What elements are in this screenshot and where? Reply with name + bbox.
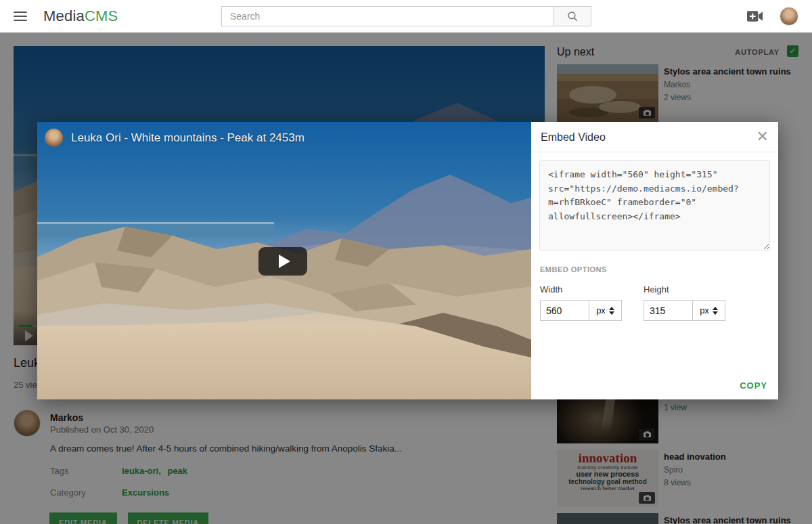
play-button[interactable] <box>258 247 307 276</box>
spinner-icon <box>713 307 718 315</box>
upload-video-icon[interactable] <box>747 10 763 22</box>
width-field: Width px <box>540 284 622 321</box>
menu-icon[interactable] <box>14 12 27 21</box>
width-input[interactable] <box>540 300 589 321</box>
top-navbar: MediaCMS <box>0 0 812 32</box>
close-icon[interactable]: ✕ <box>757 129 769 145</box>
embed-preview-player[interactable]: Leuka Ori - White mountains - Peak at 24… <box>37 122 531 399</box>
height-label: Height <box>644 284 725 294</box>
play-icon <box>279 255 290 268</box>
spinner-icon <box>609 307 614 315</box>
width-label: Width <box>540 284 622 294</box>
embed-options-panel: Embed Video ✕ <iframe width="560" height… <box>531 122 778 399</box>
copy-button[interactable]: COPY <box>740 380 767 391</box>
search-bar <box>221 6 591 26</box>
embed-video-title: Leuka Ori - White mountains - Peak at 24… <box>71 131 304 145</box>
embed-options-label: EMBED OPTIONS <box>540 265 607 274</box>
mediacms-logo[interactable]: MediaCMS <box>43 7 118 25</box>
width-unit-select[interactable]: px <box>589 300 622 321</box>
search-icon <box>566 10 579 22</box>
channel-avatar[interactable] <box>45 129 63 147</box>
search-button[interactable] <box>554 7 591 26</box>
height-input[interactable] <box>644 300 693 321</box>
search-input[interactable] <box>222 7 554 26</box>
height-field: Height px <box>644 284 725 321</box>
mediacms-app: Leuka Ori - White mountains - Peak at 24… <box>0 0 812 524</box>
embed-video-modal: Leuka Ori - White mountains - Peak at 24… <box>37 122 778 399</box>
embed-code-textarea[interactable]: <iframe width="560" height="315" src="ht… <box>539 160 770 250</box>
height-unit-select[interactable]: px <box>693 300 725 321</box>
user-avatar[interactable] <box>780 7 798 26</box>
modal-title: Embed Video <box>541 131 606 144</box>
